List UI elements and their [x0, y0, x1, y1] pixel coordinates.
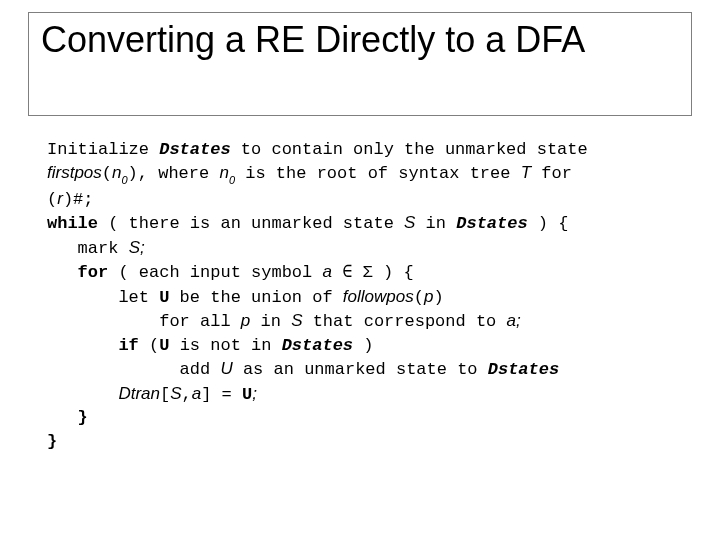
var-S: S;: [129, 238, 145, 257]
var-dtran: Dtran: [118, 384, 160, 403]
code-line: for ( each input symbol a ∈ Σ ) {: [47, 260, 685, 284]
keyword-while: while: [47, 214, 98, 233]
var-U: U: [220, 359, 232, 378]
text: (: [47, 190, 57, 209]
func-firstpos: firstpos: [47, 163, 102, 182]
var-a: a: [192, 384, 201, 403]
subscript: 0: [229, 174, 235, 186]
text: is the root of syntax tree: [235, 164, 521, 183]
code-line: let U be the union of followpos(p): [47, 285, 685, 309]
var-S: S: [291, 311, 302, 330]
subscript: 0: [121, 174, 127, 186]
var-a: a;: [507, 311, 521, 330]
text: is not in: [169, 336, 281, 355]
text: that correspond to: [302, 312, 506, 331]
text: (: [139, 336, 159, 355]
text: (: [102, 164, 112, 183]
close-brace: }: [47, 408, 88, 427]
var-S: S: [404, 213, 415, 232]
text: )#;: [63, 190, 94, 209]
algorithm-code: Initialize Dstates to contain only the u…: [47, 138, 685, 453]
var-U: U: [159, 336, 169, 355]
var-a: a: [322, 262, 331, 281]
text: ): [353, 336, 373, 355]
text: ) {: [528, 214, 569, 233]
code-line: if (U is not in Dstates ): [47, 334, 685, 357]
keyword-for: for: [78, 263, 109, 282]
keyword-if: if: [118, 336, 138, 355]
text: in: [415, 214, 456, 233]
var-n: n: [219, 163, 228, 182]
code-line: Dtran[S,a] = U;: [47, 382, 685, 406]
close-brace: }: [47, 432, 57, 451]
code-line: Initialize Dstates to contain only the u…: [47, 138, 685, 161]
text: let: [47, 288, 159, 307]
text: for all: [47, 312, 241, 331]
slide: Converting a RE Directly to a DFA Initia…: [0, 0, 720, 540]
func-followpos: followpos: [343, 287, 414, 306]
text: ;: [252, 384, 257, 403]
var-T: T: [521, 163, 531, 182]
text: [47, 385, 118, 404]
code-line: (r)#;: [47, 187, 685, 211]
code-line: while ( there is an unmarked state S in …: [47, 211, 685, 235]
keyword-dstates: Dstates: [159, 140, 230, 159]
keyword-dstates: Dstates: [456, 214, 527, 233]
code-line: firstpos(n0), where n0 is the root of sy…: [47, 161, 685, 187]
text: [47, 336, 118, 355]
var-S: S: [170, 384, 181, 403]
var-p: p: [424, 287, 433, 306]
text: ): [433, 288, 443, 307]
text: ( each input symbol: [108, 263, 322, 282]
code-line: }: [47, 430, 685, 453]
code-line: add U as an unmarked state to Dstates: [47, 357, 685, 381]
code-line: mark S;: [47, 236, 685, 260]
text: to contain only the unmarked state: [231, 140, 588, 159]
text: ), where: [128, 164, 220, 183]
text: as an unmarked state to: [233, 360, 488, 379]
text: (: [414, 288, 424, 307]
var-p: p: [241, 311, 250, 330]
text: ] =: [201, 385, 242, 404]
text: Initialize: [47, 140, 159, 159]
text: in: [250, 312, 291, 331]
var-U: U: [159, 288, 169, 307]
text: mark: [47, 239, 129, 258]
text: [47, 263, 78, 282]
text: add: [47, 360, 220, 379]
code-line: for all p in S that correspond to a;: [47, 309, 685, 333]
keyword-dstates: Dstates: [488, 360, 559, 379]
text: ∈ Σ ) {: [332, 263, 414, 282]
text: be the union of: [169, 288, 342, 307]
var-U: U: [242, 385, 252, 404]
slide-title: Converting a RE Directly to a DFA: [41, 19, 679, 60]
title-box: Converting a RE Directly to a DFA: [28, 12, 692, 116]
keyword-dstates: Dstates: [282, 336, 353, 355]
text: ( there is an unmarked state: [98, 214, 404, 233]
text: [: [160, 385, 170, 404]
code-line: }: [47, 406, 685, 429]
text: for: [531, 164, 572, 183]
text: ,: [182, 385, 192, 404]
